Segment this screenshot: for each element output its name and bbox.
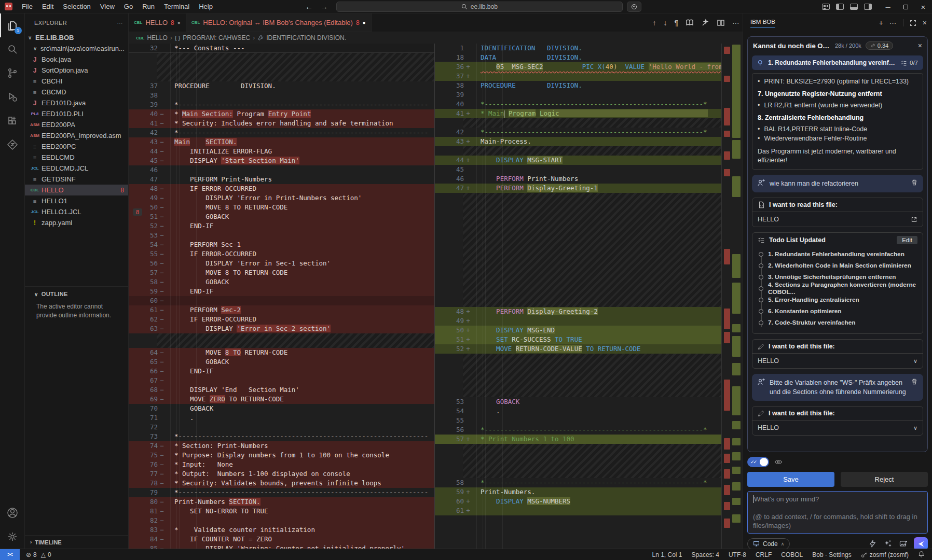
code-line[interactable]: 43−Main SECTION. <box>129 137 434 147</box>
code-line[interactable]: 53− <box>129 231 434 240</box>
todo-item[interactable]: 2. Wiederholten Code in Main Section eli… <box>759 260 917 271</box>
code-line[interactable]: 54− PERFORM Sec-1 <box>129 240 434 249</box>
chat-close-icon[interactable]: × <box>918 41 922 50</box>
todo-item[interactable]: 1. Redundante Fehlerbehandlung vereinfac… <box>759 248 917 260</box>
tree-item-hello1[interactable]: ≡HELLO1 <box>25 195 128 206</box>
code-line[interactable]: 49+ <box>435 316 721 326</box>
code-line[interactable]: 54 . <box>435 407 721 416</box>
code-line[interactable]: 51− GOBACK <box>129 212 434 221</box>
remote-indicator[interactable]: >< <box>0 549 20 560</box>
menu-run[interactable]: Run <box>138 1 159 12</box>
status-spaces-4[interactable]: Spaces: 4 <box>692 551 719 558</box>
outline-header[interactable]: OUTLINE <box>42 291 68 297</box>
tree-item-eedlcmd[interactable]: ≡EEDLCMD <box>25 152 128 163</box>
code-line[interactable]: 36+ 05 MSG-SEC2 PIC X(40) VALUE 'Hello W… <box>435 62 721 72</box>
panel-close-icon[interactable]: × <box>923 19 927 27</box>
panel-more-icon[interactable]: ⋯ <box>889 19 897 27</box>
code-line[interactable]: 72 <box>129 423 434 432</box>
todo-item[interactable]: 4. Sections zu Paragraphen konvertieren … <box>759 283 917 294</box>
tree-item-cbchi[interactable]: ≡CBCHI <box>25 76 128 87</box>
code-line[interactable]: 39 <box>435 90 721 100</box>
chevron-down-icon[interactable]: ∨ <box>913 358 917 365</box>
diff-modified-pane[interactable]: 1IDENTIFICATION DIVISION.18DATA DIVISION… <box>435 44 722 549</box>
code-line[interactable]: 45− DISPLAY 'Start Section Main' <box>129 156 434 165</box>
status-ln-1-col-1[interactable]: Ln 1, Col 1 <box>652 551 682 558</box>
code-line[interactable]: 58− GOBACK <box>129 277 434 287</box>
auto-approve-toggle[interactable]: ✓✓ <box>747 457 769 467</box>
code-line[interactable]: 48− IF ERROR-OCCURRED <box>129 184 434 193</box>
diff-original-pane[interactable]: 8 32*--- Constants ---37PROCEDURE DIVISI… <box>129 44 435 549</box>
code-line[interactable]: 56− DISPLAY 'Error in Sec-1 section' <box>129 259 434 268</box>
code-line[interactable]: 80−Print-Numbers SECTION. <box>129 497 434 507</box>
code-line[interactable]: 18DATA DIVISION. <box>435 53 721 62</box>
code-line[interactable]: 57+* Print Numbers 1 to 100 <box>435 435 721 444</box>
code-line[interactable]: 61+ <box>435 506 721 515</box>
code-line[interactable]: 42*-------------------------------------… <box>129 128 434 137</box>
toggle-secondary-sidebar-icon[interactable] <box>864 4 872 10</box>
activity-source-control[interactable] <box>0 61 25 85</box>
code-line[interactable]: 73*-------------------------------------… <box>129 432 434 441</box>
code-line[interactable]: 32*--- Constants --- <box>129 44 434 53</box>
tree-item-hello[interactable]: CBLHELLO8 <box>25 185 128 195</box>
code-line[interactable]: 39*-------------------------------------… <box>129 100 434 109</box>
code-line[interactable]: 56*-------------------------------------… <box>435 425 721 435</box>
code-line[interactable]: 57− MOVE 8 TO RETURN-CODE <box>129 268 434 277</box>
code-line[interactable]: 58*-------------------------------------… <box>435 478 721 487</box>
eye-icon[interactable] <box>774 458 783 466</box>
chat-input[interactable]: What's on your mind? (@ to add context, … <box>747 491 928 534</box>
breadcrumb-program[interactable]: PROGRAM: CAHWSEC <box>183 34 250 41</box>
command-center-search[interactable]: ee.lib.bob <box>336 2 623 12</box>
new-chat-icon[interactable]: + <box>879 19 883 27</box>
todo-item[interactable]: 5. Error-Handling zentralisieren <box>759 294 917 305</box>
code-line[interactable]: 52− END-IF <box>129 221 434 231</box>
todo-item[interactable]: 7. Code-Struktur vereinfachen <box>759 317 917 328</box>
tree-item-src-main-java-com-easirun-[interactable]: ∨src\main\java\com\easirun... <box>25 43 128 54</box>
activity-explorer[interactable]: 1 <box>0 13 25 37</box>
reject-button[interactable]: Reject <box>841 472 928 487</box>
code-line[interactable]: 61− PERFORM Sec-2 <box>129 305 434 315</box>
breadcrumb-section[interactable]: IDENTIFICATION DIVISION. <box>266 34 346 41</box>
code-line[interactable]: 1IDENTIFICATION DIVISION. <box>435 44 721 53</box>
tab-hello[interactable]: CBL HELLO 8 ● <box>129 13 186 32</box>
code-line[interactable]: 40*-------------------------------------… <box>435 100 721 109</box>
code-line[interactable]: 38 <box>129 91 434 100</box>
next-change-icon[interactable]: ↓ <box>663 19 667 27</box>
code-line[interactable]: 46 PERFORM Print-Numbers <box>435 174 721 184</box>
code-line[interactable]: 37PROCEDURE DIVISION. <box>129 81 434 91</box>
code-line[interactable]: 60− <box>129 296 434 305</box>
status-bob-settings[interactable]: Bob - Settings <box>812 551 851 558</box>
code-line[interactable]: 78−* Security: Validates bounds, prevent… <box>129 479 434 488</box>
code-line[interactable]: 37+ <box>435 72 721 81</box>
add-image-icon[interactable] <box>899 540 908 548</box>
forward-icon[interactable]: → <box>320 2 328 11</box>
back-icon[interactable]: ← <box>305 2 313 11</box>
code-line[interactable]: 71 . <box>129 413 434 423</box>
code-line[interactable]: 79*-------------------------------------… <box>129 488 434 497</box>
menu-terminal[interactable]: Terminal <box>160 1 194 12</box>
customize-layout-icon[interactable] <box>822 4 830 10</box>
code-line[interactable]: 47+ PERFORM Display-Greeting-1 <box>435 184 721 193</box>
code-line[interactable]: 81− SET NO-ERROR TO TRUE <box>129 507 434 516</box>
chevron-down-icon[interactable]: ∨ <box>913 425 917 431</box>
code-line[interactable]: 66− END-IF <box>129 367 434 376</box>
code-line[interactable]: 43+Main-Process. <box>435 137 721 146</box>
split-editor-icon[interactable] <box>717 19 725 27</box>
tree-item-eedlcmd-jcl[interactable]: JCLEEDLCMD.JCL <box>25 163 128 174</box>
code-line[interactable]: 85− DISPLAY 'Warning: Counter not initia… <box>129 544 434 549</box>
code-line[interactable]: 44− INITIALIZE ERROR-FLAG <box>129 147 434 156</box>
panel-title[interactable]: IBM BOB <box>750 19 775 27</box>
tree-item-ee-lib-bob[interactable]: ∨EE.LIB.BOB <box>25 32 128 43</box>
whitespace-icon[interactable]: ¶ <box>674 19 678 27</box>
code-line[interactable]: 77−* Output: Numbers 1-100 displayed on … <box>129 469 434 479</box>
code-line[interactable]: 48+ PERFORM Display-Greeting-2 <box>435 307 721 316</box>
todo-item[interactable]: 6. Konstanten optimieren <box>759 305 917 317</box>
code-line[interactable]: 76−* Input: None <box>129 460 434 469</box>
toggle-sidebar-icon[interactable] <box>836 4 844 10</box>
code-line[interactable]: 74−* Section: Print-Numbers <box>129 441 434 451</box>
mode-selector[interactable]: Code ∧ <box>747 538 790 550</box>
dirty-indicator-icon[interactable]: ● <box>177 20 181 25</box>
tree-item-eed101d-pli[interactable]: PL/IEED101D.PLI <box>25 108 128 119</box>
code-line[interactable]: 55− IF ERROR-OCCURRED <box>129 249 434 259</box>
notifications-bell-icon[interactable] <box>918 551 925 559</box>
minimize-button[interactable]: ─ <box>879 0 897 13</box>
